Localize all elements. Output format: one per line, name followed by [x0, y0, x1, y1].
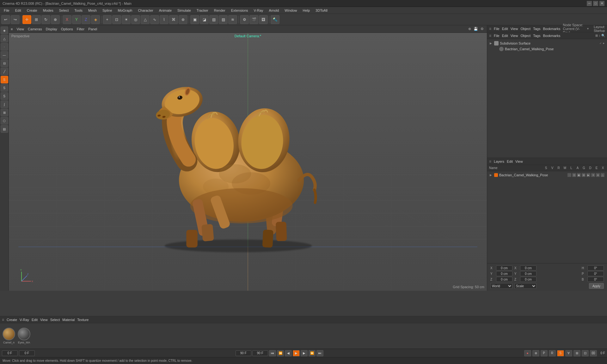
- vp-icon-settings[interactable]: ⚙: [479, 26, 485, 32]
- layer-ico-8[interactable]: △: [601, 173, 604, 177]
- x-axis-button[interactable]: X: [63, 15, 71, 24]
- layers-menu-layers[interactable]: Layers: [494, 160, 504, 163]
- z-axis-button[interactable]: Z: [82, 15, 90, 24]
- om-menu-tags[interactable]: Tags: [533, 27, 540, 31]
- layer-ico-5[interactable]: ▶: [586, 173, 590, 177]
- key-scale-button[interactable]: S: [557, 350, 564, 356]
- close-button[interactable]: ✕: [599, 1, 604, 6]
- om-icon-sort[interactable]: ↕: [599, 34, 600, 37]
- coord-z-pos[interactable]: [496, 277, 512, 282]
- layer-ico-2[interactable]: ⊡: [572, 173, 576, 177]
- tl-menu-create[interactable]: Create: [7, 318, 17, 322]
- menu-tools[interactable]: Tools: [72, 8, 85, 13]
- subdiv-icon-vis[interactable]: ✓: [599, 42, 602, 45]
- coord-x-pos[interactable]: [496, 265, 512, 270]
- tool-s1[interactable]: S: [1, 76, 8, 83]
- om-icon-filter[interactable]: ⊞: [595, 34, 598, 37]
- vp-menu-cameras[interactable]: Cameras: [28, 27, 42, 31]
- light-button[interactable]: ☀: [122, 15, 131, 24]
- tool-model[interactable]: ◈: [1, 27, 8, 34]
- vp-menu-options[interactable]: Options: [61, 27, 73, 31]
- layer-item-camel[interactable]: ▶ Bactrian_Camel_Walking_Pose · ⊡ ▣ ⊞ ▶ …: [488, 173, 606, 178]
- goto-end-button[interactable]: ⏭: [316, 350, 323, 356]
- tool-polygon[interactable]: △: [1, 35, 8, 42]
- vp-icon-save[interactable]: 💾: [473, 26, 479, 32]
- polygon-button[interactable]: △: [141, 15, 150, 24]
- menu-spline[interactable]: Spline: [100, 8, 115, 13]
- om2-hamburger[interactable]: ≡: [489, 33, 491, 38]
- coord-scale-select[interactable]: Scale: [514, 283, 536, 289]
- end-frame-display[interactable]: [252, 350, 268, 356]
- scale-tool-button[interactable]: ⊞: [32, 15, 41, 24]
- coord-y-pos[interactable]: [496, 271, 512, 276]
- menu-arnold[interactable]: Arnold: [267, 8, 282, 13]
- viewport-canvas[interactable]: Perspective Default Camera:* Grid Spacin…: [9, 33, 487, 291]
- tool-point[interactable]: ·: [1, 43, 8, 51]
- snap-button[interactable]: 🔦: [271, 15, 279, 24]
- prev-frame-button[interactable]: ⏪: [277, 350, 284, 356]
- layers-menu-edit[interactable]: Edit: [507, 160, 513, 163]
- coord-h-val[interactable]: [587, 265, 604, 270]
- y-axis-button[interactable]: Y: [72, 15, 81, 24]
- tl-menu-view[interactable]: View: [40, 318, 48, 322]
- render-button[interactable]: 🎬: [249, 15, 258, 24]
- new-scene-button[interactable]: ⊡: [112, 15, 121, 24]
- layer-ico-1[interactable]: ·: [567, 173, 571, 177]
- play-button[interactable]: ▶: [293, 350, 300, 356]
- tl-menu-texture[interactable]: Texture: [77, 318, 89, 322]
- key-rot-button[interactable]: R: [549, 350, 556, 356]
- undo-button[interactable]: ↩: [1, 15, 10, 24]
- texture-mode-button[interactable]: ▨: [219, 15, 228, 24]
- vp-menu-filter[interactable]: Filter: [77, 27, 84, 31]
- coord-x-rot[interactable]: [520, 265, 536, 270]
- vp-menu-view[interactable]: View: [16, 27, 24, 31]
- coord-p-val[interactable]: [587, 271, 604, 276]
- goto-start-button[interactable]: ⏮: [269, 350, 276, 356]
- subdiv-icon-lock[interactable]: ●: [603, 42, 604, 45]
- tool-texture[interactable]: ▤: [1, 125, 8, 133]
- field-button[interactable]: ⊛: [179, 15, 187, 24]
- om-hamburger[interactable]: ≡: [489, 27, 491, 31]
- coord-world-select[interactable]: World Object: [490, 283, 512, 289]
- menu-simulate[interactable]: Simulate: [175, 8, 193, 13]
- menu-vray[interactable]: V-Ray: [251, 8, 266, 13]
- add-object-button[interactable]: +: [103, 15, 112, 24]
- om2-menu-object2[interactable]: Object: [520, 34, 530, 38]
- tl-menu-vray[interactable]: V-Ray: [20, 318, 29, 322]
- picture-viewer-button[interactable]: 🖼: [259, 15, 268, 24]
- timeline-icon-2[interactable]: ⌧: [590, 350, 597, 356]
- tool-sculpt[interactable]: ⊞: [1, 109, 8, 116]
- object-axis-button[interactable]: ◈: [91, 15, 100, 24]
- camera-button[interactable]: ◎: [131, 15, 140, 24]
- timeline-options-button[interactable]: ⊞: [573, 350, 580, 356]
- om2-menu-bookmarks2[interactable]: Bookmarks: [543, 34, 560, 38]
- menu-modes[interactable]: Modes: [40, 8, 56, 13]
- tree-item-subdivision[interactable]: ▶ Subdivision Surface ✓ ●: [488, 40, 606, 46]
- menu-animate[interactable]: Animate: [156, 8, 174, 13]
- om2-menu-tags2[interactable]: Tags: [533, 34, 540, 38]
- menu-3dtoall[interactable]: 3DToAll: [313, 8, 330, 13]
- tool-s3[interactable]: S: [1, 92, 8, 100]
- vp-menu-panel[interactable]: Panel: [88, 27, 97, 31]
- om2-menu-view2[interactable]: View: [511, 34, 518, 38]
- node-space-dropdown[interactable]: ▾: [587, 27, 589, 30]
- om-menu-edit[interactable]: Edit: [502, 27, 508, 31]
- effector-button[interactable]: ⌘: [169, 15, 178, 24]
- minimize-button[interactable]: ─: [587, 1, 592, 6]
- vp-menu-hamburger[interactable]: ≡: [11, 27, 13, 31]
- tl-menu-select[interactable]: Select: [50, 318, 60, 322]
- next-key-button[interactable]: ▶: [301, 350, 308, 356]
- coord-z-rot[interactable]: [520, 277, 536, 282]
- om-icon-search[interactable]: 🔍: [601, 34, 605, 37]
- menu-window[interactable]: Window: [282, 8, 299, 13]
- vp-menu-display[interactable]: Display: [46, 27, 57, 31]
- menu-help[interactable]: Help: [300, 8, 312, 13]
- timeline-icon-1[interactable]: ⊡: [582, 350, 589, 356]
- prev-key-button[interactable]: ◀: [285, 350, 292, 356]
- frame-rate-input[interactable]: [19, 350, 35, 356]
- record-button[interactable]: ●: [524, 350, 531, 356]
- layer-ico-4[interactable]: ⊞: [582, 173, 586, 177]
- autokey-button[interactable]: ⊛: [532, 350, 539, 356]
- tool-brush[interactable]: ∫: [1, 100, 8, 108]
- next-frame-button[interactable]: ⏩: [309, 350, 316, 356]
